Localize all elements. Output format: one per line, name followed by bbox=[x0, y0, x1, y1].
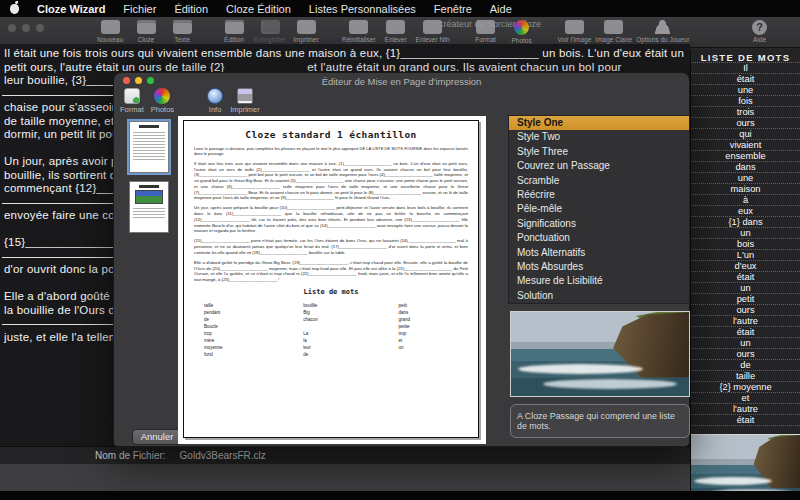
toolbar-button[interactable]: Options du Joueur bbox=[634, 20, 691, 43]
toolbar-button[interactable]: Cloze bbox=[128, 20, 164, 43]
word-list: Ilétaitunefoistroisoursquivivaientensemb… bbox=[691, 63, 800, 426]
format-page-icon bbox=[476, 20, 495, 34]
document-paragraphs: Il était une fois trois ours qui vivaien… bbox=[194, 161, 468, 283]
word-item: petite bbox=[398, 323, 467, 330]
new-document-icon bbox=[101, 20, 120, 34]
format-button[interactable]: Format bbox=[120, 88, 144, 114]
toolbar-button[interactable]: Enlever Nth bbox=[414, 20, 452, 43]
toolbar-button[interactable]: Image Claire bbox=[593, 20, 634, 43]
help-button[interactable]: ? Aide bbox=[752, 20, 767, 43]
zoom-button[interactable] bbox=[36, 24, 44, 32]
toolbar-label: Enlever bbox=[385, 36, 407, 43]
word-list-item[interactable]: maison bbox=[691, 184, 800, 195]
page-thumbnail-1[interactable] bbox=[129, 121, 169, 173]
apple-menu-icon[interactable] bbox=[10, 4, 19, 14]
minimize-button[interactable] bbox=[22, 24, 30, 32]
word-list-item[interactable]: petit bbox=[691, 294, 800, 305]
toolbar-button[interactable]: Enlever bbox=[378, 20, 414, 43]
word-list-item[interactable]: {1} dans bbox=[691, 217, 800, 228]
word-list-item[interactable]: un bbox=[691, 283, 800, 294]
word-list-item[interactable]: trois bbox=[691, 107, 800, 118]
menu-item[interactable]: Aide bbox=[490, 3, 512, 15]
style-option[interactable]: Style Three bbox=[509, 145, 689, 159]
word-list-item[interactable]: ensemble bbox=[691, 151, 800, 162]
word-item: leur bbox=[303, 344, 376, 351]
style-option[interactable]: Solution bbox=[509, 289, 689, 303]
style-option[interactable]: Mots Alternatifs bbox=[509, 246, 689, 260]
word-list-item[interactable]: {2} moyenne bbox=[691, 382, 800, 393]
word-list-item[interactable]: un bbox=[691, 338, 800, 349]
style-option[interactable]: Mesure de Lisibilité bbox=[509, 274, 689, 288]
format-icon bbox=[124, 88, 140, 104]
toolbar-button[interactable]: Enregistrer bbox=[252, 20, 288, 43]
style-option[interactable]: Style One bbox=[509, 116, 689, 130]
player-options-icon bbox=[653, 20, 672, 34]
word-list-item[interactable]: l'autre bbox=[691, 316, 800, 327]
word-list-item[interactable]: de bbox=[691, 360, 800, 371]
word-list-item[interactable]: bois bbox=[691, 239, 800, 250]
style-option[interactable]: Pêle-mêle bbox=[509, 202, 689, 216]
style-option[interactable]: Style Two bbox=[509, 130, 689, 144]
style-option[interactable]: Significations bbox=[509, 217, 689, 231]
photos-button[interactable]: Photos bbox=[151, 88, 174, 114]
word-list-item[interactable]: était bbox=[691, 327, 800, 338]
close-button[interactable] bbox=[8, 24, 16, 32]
cancel-button[interactable]: Annuler bbox=[132, 429, 182, 445]
toolbar-button[interactable]: Imprimer bbox=[288, 20, 324, 43]
toolbar-button[interactable]: Texte bbox=[164, 20, 200, 43]
menu-item[interactable]: Édition bbox=[174, 3, 208, 15]
toolbar-label: Réinitialiser bbox=[342, 36, 376, 43]
menu-item[interactable]: Listes Personnalisées bbox=[309, 3, 416, 15]
photos-icon bbox=[154, 88, 170, 104]
word-list-item[interactable]: était bbox=[691, 415, 800, 426]
menu-app-name[interactable]: Cloze Wizard bbox=[37, 3, 105, 15]
imprimer-icon bbox=[237, 88, 253, 104]
menu-item[interactable]: Fenêtre bbox=[434, 3, 472, 15]
word-item: La bbox=[303, 330, 376, 337]
word-list-title: LISTE DE MOTS bbox=[691, 50, 800, 63]
word-list-item[interactable]: à bbox=[691, 195, 800, 206]
word-list-item[interactable]: était bbox=[691, 74, 800, 85]
word-item: bouillie bbox=[303, 302, 376, 309]
toolbar-button[interactable]: Format bbox=[468, 20, 504, 44]
word-list-item[interactable]: ours bbox=[691, 305, 800, 316]
word-item: chacun bbox=[303, 316, 376, 323]
folder-icon bbox=[137, 20, 156, 34]
menu-item[interactable]: Cloze Édition bbox=[226, 3, 291, 15]
style-option[interactable]: Réécrire bbox=[509, 188, 689, 202]
style-option[interactable]: Couvrez un Passage bbox=[509, 159, 689, 173]
style-option[interactable]: Scramble bbox=[509, 174, 689, 188]
word-list-item[interactable]: une bbox=[691, 173, 800, 184]
word-list-item[interactable]: vivaient bbox=[691, 140, 800, 151]
toolbar-button[interactable]: Réinitialiser bbox=[340, 20, 378, 43]
word-list-item[interactable]: qui bbox=[691, 129, 800, 140]
word-list-item[interactable]: Il bbox=[691, 63, 800, 74]
menu-item[interactable]: Fichier bbox=[123, 3, 156, 15]
style-option[interactable]: Ponctuation bbox=[509, 231, 689, 245]
word-list-item[interactable]: et bbox=[691, 393, 800, 404]
toolbar-button[interactable]: Photos bbox=[504, 20, 540, 44]
info-button[interactable]: Info bbox=[207, 88, 223, 114]
word-list-item[interactable]: ours bbox=[691, 349, 800, 360]
toolbar-button[interactable]: Nouveau bbox=[92, 20, 128, 43]
word-list-item[interactable]: une bbox=[691, 85, 800, 96]
document-paragraph: Un jour, après avoir préparé la bouillie… bbox=[194, 205, 468, 234]
word-list-item[interactable]: ours bbox=[691, 118, 800, 129]
toolbar-button[interactable]: Voir l'Image bbox=[556, 20, 594, 43]
word-list-item[interactable]: d'eux bbox=[691, 261, 800, 272]
word-list-item[interactable]: L'un bbox=[691, 250, 800, 261]
style-option[interactable]: Mots Absurdes bbox=[509, 260, 689, 274]
page-thumbnail-2[interactable] bbox=[129, 181, 169, 233]
word-list-item[interactable]: un bbox=[691, 228, 800, 239]
word-item: et bbox=[398, 337, 467, 344]
word-item: Big bbox=[303, 309, 376, 316]
document-paragraph: Elle a d'abord goûté le porridge du Grea… bbox=[194, 260, 468, 283]
word-list-item[interactable]: fois bbox=[691, 96, 800, 107]
word-list-item[interactable]: l'autre bbox=[691, 404, 800, 415]
toolbar-button[interactable]: Édition bbox=[216, 20, 252, 43]
word-list-item[interactable]: taille bbox=[691, 371, 800, 382]
print-button[interactable]: Imprimer bbox=[230, 88, 260, 114]
word-list-item[interactable]: dans bbox=[691, 162, 800, 173]
word-list-item[interactable]: eux bbox=[691, 206, 800, 217]
word-list-item[interactable]: était bbox=[691, 272, 800, 283]
